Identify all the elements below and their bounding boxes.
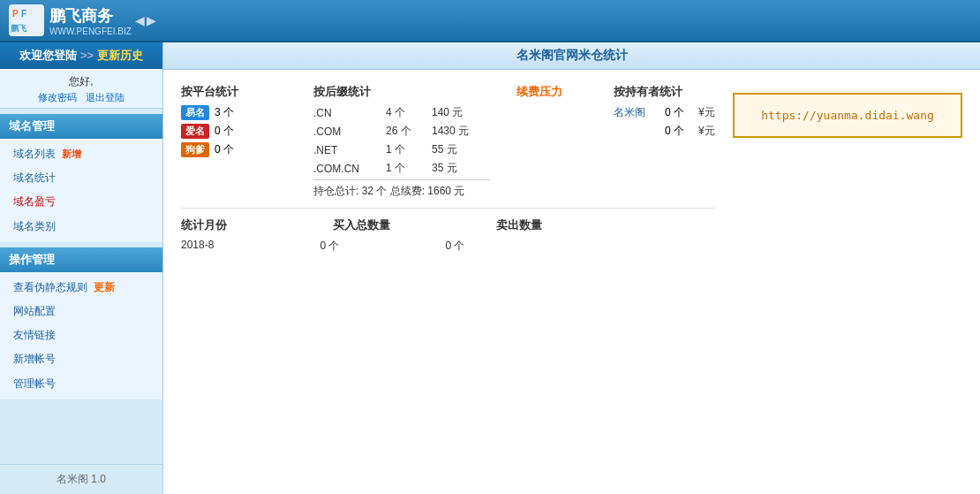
nav-arrow-left[interactable]: ◀	[135, 13, 145, 27]
holder-name-0: 名米阁	[614, 105, 658, 120]
renewfee-title: 续费压力	[516, 84, 587, 100]
suffix-row-3: .COM.CN 1 个 35 元	[313, 161, 490, 176]
suffix-row-1: .COM 26 个 1430 元	[313, 124, 490, 139]
holder-price-1: ¥元	[698, 124, 715, 139]
welcome-label: 欢迎您登陆	[19, 49, 77, 62]
logo-branding: 鹏飞商务 WWW.PENGFEI.BIZ	[49, 5, 132, 36]
page-title: 名米阁官网米仓统计	[163, 42, 980, 70]
platform-stats: 按平台统计 易名 3 个 爱名 0 个 狗爹 0 个	[181, 84, 287, 161]
domain-nav: 域名列表 新增 域名统计 域名盈亏 域名类别	[0, 139, 162, 242]
suffix-name-0: .CN	[313, 107, 375, 119]
suffix-count-3: 1 个	[386, 161, 421, 176]
domain-pnl-label: 域名盈亏	[13, 195, 56, 208]
stats-container: 按平台统计 易名 3 个 爱名 0 个 狗爹 0 个	[163, 70, 980, 268]
suffix-name-1: .COM	[313, 125, 375, 138]
suffix-stats: 按后缀统计 .CN 4 个 140 元 .COM 26 个 1430 元	[313, 84, 490, 199]
platform-row-2: 狗爹 0 个	[181, 142, 287, 157]
new-tag: 新增	[62, 148, 81, 159]
platform-title: 按平台统计	[181, 84, 287, 100]
platform-row-1: 爱名 0 个	[181, 124, 287, 139]
sidebar-item-friend-links[interactable]: 友情链接	[0, 323, 162, 347]
platform-badge-2: 狗爹	[181, 142, 209, 157]
suffix-row-0: .CN 4 个 140 元	[313, 105, 490, 120]
watermark-text: https://yuanma.didai.wang	[761, 109, 934, 122]
holder-count-0: 0 个	[665, 105, 691, 120]
monthly-buy-0: 0 个	[320, 239, 339, 254]
logo-text: 鹏飞商务	[49, 5, 132, 27]
monthly-sell-0: 0 个	[445, 239, 464, 254]
renewfee-col: 续费压力	[516, 84, 587, 105]
suffix-price-1: 1430 元	[432, 124, 469, 139]
sidebar-item-domain-category[interactable]: 域名类别	[0, 215, 162, 239]
platform-badge-0: 易名	[181, 105, 209, 120]
top-stats-section: 按平台统计 易名 3 个 爱名 0 个 狗爹 0 个	[181, 84, 715, 199]
welcome-history: 更新历史	[97, 49, 143, 62]
sidebar-item-static-rules[interactable]: 查看伪静态规则 更新	[0, 276, 162, 300]
platform-count-1: 0 个	[215, 124, 234, 139]
suffix-count-1: 26 个	[386, 124, 421, 139]
sidebar-footer: 名米阁 1.0	[0, 464, 162, 494]
domain-section-title: 域名管理	[0, 114, 162, 139]
sidebar-item-site-config[interactable]: 网站配置	[0, 300, 162, 323]
logo-icon: P F 鹏飞	[9, 4, 44, 36]
platform-count-2: 0 个	[215, 142, 234, 157]
watermark-box: https://yuanma.didai.wang	[733, 93, 962, 138]
suffix-price-2: 55 元	[432, 142, 457, 157]
svg-text:F: F	[21, 9, 26, 19]
sidebar-item-domain-list[interactable]: 域名列表 新增	[0, 142, 162, 166]
main-content: 名米阁官网米仓统计 按平台统计 易名 3 个 爱名	[163, 42, 980, 494]
holder-count-1: 0 个	[665, 124, 691, 139]
logout-link[interactable]: 退出登陆	[86, 92, 124, 103]
sidebar-item-add-account[interactable]: 新增帐号	[0, 347, 162, 371]
suffix-title: 按后缀统计	[313, 84, 490, 100]
stats-left: 按平台统计 易名 3 个 爱名 0 个 狗爹 0 个	[181, 84, 715, 254]
holder-price-0: ¥元	[698, 105, 715, 120]
svg-text:鹏飞: 鹏飞	[10, 24, 26, 33]
platform-count-0: 3 个	[215, 105, 234, 120]
platform-badge-1: 爱名	[181, 124, 209, 139]
suffix-total: 持仓总计: 32 个 总续费: 1660 元	[313, 179, 490, 199]
suffix-name-2: .NET	[313, 144, 375, 156]
suffix-price-0: 140 元	[432, 105, 463, 120]
nav-arrows[interactable]: ◀ ▶	[135, 13, 156, 27]
welcome-box: 欢迎您登陆 >> 更新历史	[0, 42, 162, 69]
suffix-row-2: .NET 1 个 55 元	[313, 142, 490, 157]
nav-arrow-right[interactable]: ▶	[147, 13, 156, 27]
welcome-separator: >>	[80, 49, 94, 62]
sidebar-item-domain-pnl[interactable]: 域名盈亏	[0, 190, 162, 214]
suffix-count-0: 4 个	[386, 105, 421, 120]
logo: P F 鹏飞 鹏飞商务 WWW.PENGFEI.BIZ	[9, 4, 132, 36]
sidebar-item-domain-stats[interactable]: 域名统计	[0, 166, 162, 190]
ops-nav: 查看伪静态规则 更新 网站配置 友情链接 新增帐号 管理帐号	[0, 272, 162, 399]
monthly-row-0: 2018-8 0 个 0 个	[181, 239, 715, 254]
monthly-col-month: 统计月份	[181, 217, 227, 233]
svg-text:P: P	[12, 9, 19, 19]
suffix-count-2: 1 个	[386, 142, 421, 157]
modify-password-link[interactable]: 修改密码	[38, 92, 77, 103]
user-greeting: 您好,	[0, 74, 162, 89]
suffix-price-3: 35 元	[432, 161, 457, 176]
monthly-header: 统计月份 买入总数量 卖出数量	[181, 217, 715, 233]
logo-url: WWW.PENGFEI.BIZ	[49, 27, 132, 36]
update-tag: 更新	[94, 281, 115, 293]
platform-row-0: 易名 3 个	[181, 105, 287, 120]
monthly-col-sell: 卖出数量	[496, 217, 542, 233]
layout: 欢迎您登陆 >> 更新历史 您好, 修改密码 退出登陆 域名管理 域名列表 新增…	[0, 42, 980, 494]
user-info: 您好, 修改密码 退出登陆	[0, 69, 162, 109]
ops-section-title: 操作管理	[0, 247, 162, 272]
sidebar-item-manage-account[interactable]: 管理帐号	[0, 372, 162, 396]
header: P F 鹏飞 鹏飞商务 WWW.PENGFEI.BIZ ◀ ▶	[0, 0, 980, 42]
sidebar: 欢迎您登陆 >> 更新历史 您好, 修改密码 退出登陆 域名管理 域名列表 新增…	[0, 42, 163, 494]
suffix-name-3: .COM.CN	[313, 163, 375, 175]
monthly-section: 统计月份 买入总数量 卖出数量 2018-8 0 个 0 个	[181, 208, 715, 254]
monthly-month-0: 2018-8	[181, 239, 214, 254]
monthly-col-buy: 买入总数量	[333, 217, 390, 233]
